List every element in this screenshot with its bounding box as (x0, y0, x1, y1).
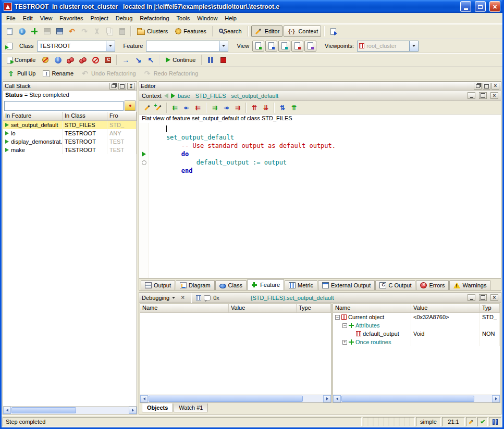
maximize-button[interactable] (475, 1, 486, 12)
close-panel-button[interactable] (491, 83, 499, 90)
context-crumb[interactable]: STD_FILES (195, 93, 226, 99)
code-line[interactable]: do (151, 150, 501, 158)
undo-refactoring-button[interactable]: Undo Refactoring (78, 68, 139, 79)
search-button[interactable]: Search (216, 26, 245, 37)
tab-class[interactable]: Class (215, 280, 247, 290)
cut-icon[interactable] (91, 26, 103, 37)
assignees-icon[interactable] (221, 103, 231, 113)
expander-plus-icon[interactable]: + (342, 340, 347, 345)
code-margin[interactable] (139, 123, 149, 278)
external-commands-icon[interactable] (327, 26, 339, 37)
stop-icon[interactable] (217, 54, 229, 66)
scroll-right-button[interactable] (323, 395, 331, 402)
basic-text-view-button[interactable] (252, 41, 264, 52)
debug-tree-row[interactable]: +Once routines (333, 338, 500, 346)
code-line[interactable] (151, 125, 501, 133)
melt-icon[interactable] (65, 54, 76, 66)
tab-watch-1[interactable]: Watch #1 (174, 403, 208, 412)
scrollbar-thumb[interactable] (341, 396, 474, 402)
tab-feature[interactable]: Feature (247, 279, 284, 290)
remove-watch-button[interactable] (179, 294, 187, 301)
code-margin-cell[interactable] (139, 142, 149, 150)
step-over-icon[interactable] (120, 54, 131, 66)
close-panel-button[interactable] (490, 92, 498, 99)
tab-objects[interactable]: Objects (142, 403, 173, 412)
freeze-icon[interactable] (77, 54, 89, 66)
dock-panel-button[interactable] (127, 83, 135, 90)
new-feature-icon[interactable] (153, 103, 164, 113)
send-to-new-window-icon[interactable] (4, 40, 15, 52)
call-stack-filter-input[interactable] (4, 101, 124, 111)
minimize-panel-button[interactable] (468, 294, 475, 301)
c-compilation-icon[interactable] (102, 54, 114, 66)
expander-minus-icon[interactable]: − (342, 323, 347, 328)
debug-tree-row[interactable]: default_outputVoidNON (333, 330, 500, 338)
tab-output[interactable]: Output (141, 280, 175, 290)
creators-icon[interactable] (193, 103, 203, 113)
maximize-panel-button[interactable] (479, 294, 487, 301)
menu-debug[interactable]: Debug (112, 14, 136, 23)
call-stack-hscrollbar[interactable] (3, 406, 137, 414)
objects-column-header[interactable]: Value (411, 304, 480, 312)
maximize-panel-button[interactable] (479, 92, 487, 99)
debug-tree-row[interactable]: −Attributes (333, 321, 500, 330)
tab-warnings[interactable]: Warnings (449, 280, 490, 290)
code-margin-cell[interactable] (139, 167, 149, 175)
pull-up-button[interactable]: Pull Up (4, 68, 39, 79)
chevron-down-icon[interactable] (172, 297, 175, 299)
float-panel-button[interactable] (109, 83, 117, 90)
watch-table-hscrollbar[interactable] (140, 395, 331, 402)
redo-refactoring-button[interactable]: Redo Refactoring (140, 68, 202, 79)
viewpoints-combo[interactable]: root_cluster (357, 41, 419, 52)
pause-icon[interactable] (205, 54, 216, 66)
assigners-icon[interactable] (181, 103, 192, 113)
continue-button[interactable]: Continue (163, 54, 199, 66)
code-margin-cell[interactable] (139, 158, 149, 167)
scroll-right-button[interactable] (129, 407, 137, 414)
redo-icon[interactable] (79, 26, 90, 37)
compile-button[interactable]: Compile (4, 54, 39, 66)
menu-help[interactable]: Help (221, 14, 240, 23)
callees-icon[interactable] (210, 103, 220, 113)
creation-callees-icon[interactable] (232, 103, 243, 113)
tab-c-output[interactable]: C Output (375, 280, 415, 290)
save-icon[interactable] (41, 26, 53, 37)
clusters-button[interactable]: Clusters (134, 26, 171, 37)
menu-project[interactable]: Project (87, 14, 112, 23)
code-margin-cell[interactable] (139, 125, 149, 133)
menu-view[interactable]: View (36, 14, 56, 23)
expander-minus-icon[interactable]: − (335, 315, 340, 320)
menu-refactoring[interactable]: Refactoring (136, 14, 173, 23)
menu-tools[interactable]: Tools (173, 14, 194, 23)
tab-external-output[interactable]: External Output (318, 280, 375, 290)
descendants-icon[interactable] (261, 103, 271, 113)
stack-options-button[interactable] (125, 100, 136, 111)
ignore-contract-violation-icon[interactable] (40, 54, 51, 66)
info-icon[interactable] (52, 54, 64, 66)
hex-display-icon[interactable] (204, 295, 211, 300)
class-combo-dropdown-button[interactable] (106, 41, 115, 51)
objects-column-header[interactable]: Name (333, 304, 411, 312)
scroll-left-button[interactable] (333, 395, 341, 402)
context-crumb[interactable]: base (178, 93, 190, 99)
class-combo[interactable]: TESTROOT (37, 41, 115, 52)
homonyms-icon[interactable] (277, 103, 288, 113)
tab-metric[interactable]: Metric (285, 280, 317, 290)
scroll-left-button[interactable] (140, 395, 148, 402)
scrollbar-track[interactable] (341, 395, 492, 402)
new-window-icon[interactable] (4, 26, 15, 37)
copy-icon[interactable] (104, 26, 115, 37)
close-button[interactable] (489, 1, 500, 12)
maximize-panel-button[interactable] (118, 83, 126, 90)
step-into-icon[interactable] (132, 54, 144, 66)
context-toggle-button[interactable]: Context (284, 26, 321, 37)
flat-view-button[interactable] (278, 41, 290, 52)
feature-combo-dropdown-button[interactable] (219, 41, 228, 51)
history-back-icon[interactable] (164, 93, 168, 98)
code-margin-cell[interactable] (139, 133, 149, 142)
clickable-view-button[interactable] (265, 41, 277, 52)
editor-toggle-button[interactable]: Editor (251, 26, 283, 37)
call-stack-row[interactable]: ioTESTROOTANY (3, 129, 137, 137)
watch-column-header[interactable]: Name (140, 304, 229, 312)
call-stack-row[interactable]: makeTESTROOTTEST (3, 146, 137, 154)
